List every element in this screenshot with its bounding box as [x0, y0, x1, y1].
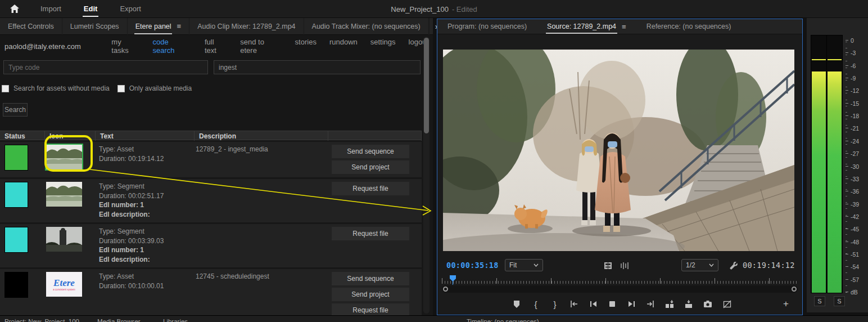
meter-scale-label: -12	[851, 87, 859, 94]
playback-resolution-select[interactable]: 1/2	[681, 259, 718, 271]
mark-out-icon[interactable]: }	[549, 297, 561, 311]
table-row[interactable]: Type: SegmentDuration: 00:02:51.17Edl nu…	[0, 179, 422, 222]
search-button[interactable]: Search	[3, 103, 28, 117]
monitor-zoom-scrollbar[interactable]	[442, 285, 798, 293]
meter-scale-label: -45	[851, 226, 859, 232]
nav-link-settings[interactable]: settings	[370, 38, 396, 55]
monitor-tab[interactable]: Program: (no sequences)	[437, 19, 537, 34]
row-description: 12745 - scheduledingest	[195, 272, 328, 317]
column-header: Description	[195, 131, 328, 141]
send-sequence-button[interactable]: Send sequence	[332, 145, 409, 158]
button-editor-icon[interactable]: +	[780, 297, 792, 311]
overwrite-icon[interactable]	[682, 297, 695, 311]
meter-scale-label: -3	[851, 50, 856, 56]
request-file-button[interactable]: Request file	[332, 182, 409, 195]
solo-button-1[interactable]: S	[814, 296, 825, 306]
go-to-in-icon[interactable]	[568, 297, 580, 311]
titlebar-tab-edit[interactable]: Edit	[73, 0, 109, 18]
checkbox-0[interactable]: Search for assets without media	[2, 84, 110, 92]
meter-scale-label: -51	[851, 251, 859, 258]
panel-tab[interactable]: Audio Track Mixer: (no sequences)	[304, 18, 429, 35]
meter-scale-label: dB	[851, 289, 858, 296]
go-to-out-icon[interactable]	[644, 297, 657, 311]
etere-logo-thumbnail[interactable]: Eterea consistent system	[46, 272, 82, 297]
meter-scale-label: -36	[851, 188, 859, 195]
chevron-down-icon	[709, 263, 714, 267]
panel-tab-label: Etere panel	[135, 23, 171, 30]
send-project-button[interactable]: Send project	[332, 160, 409, 174]
home-button[interactable]	[0, 0, 29, 18]
meter-scale-label: -33	[851, 176, 859, 182]
zoom-handle-left[interactable]	[443, 287, 448, 292]
panel-menu-icon[interactable]: ≡	[622, 23, 626, 31]
panel-menu-icon[interactable]: ≡	[177, 22, 182, 30]
stop-icon[interactable]	[606, 297, 618, 311]
nav-link-my-tasks[interactable]: my tasks	[111, 38, 139, 55]
code-search-input[interactable]	[3, 60, 208, 74]
send-sequence-button[interactable]: Send sequence	[332, 272, 409, 285]
row-description	[195, 227, 328, 264]
titlebar-tab-export[interactable]: Export	[108, 0, 152, 18]
checkbox-box[interactable]	[2, 85, 9, 92]
clip-thumbnail[interactable]	[46, 145, 82, 169]
drag-audio-icon[interactable]	[618, 260, 631, 271]
bottom-tab[interactable]: Libraries	[163, 318, 188, 322]
panel-scrollbar[interactable]	[423, 37, 430, 314]
add-marker-icon[interactable]	[510, 297, 523, 311]
playhead[interactable]	[450, 275, 456, 284]
panel-scrollbar-thumb[interactable]	[424, 38, 429, 133]
monitor-tab[interactable]: Reference: (no sequences)	[636, 19, 742, 34]
panel-tab[interactable]: Effect Controls	[0, 18, 62, 35]
bottom-tab-timeline[interactable]: Timeline: (no sequences)	[467, 318, 539, 322]
table-row[interactable]: Type: AssetDuration: 00:19:14.1212789_2 …	[0, 142, 422, 177]
step-forward-icon[interactable]	[625, 297, 638, 311]
meter-scale-label: -57	[851, 276, 859, 283]
row-text-line: Duration: 00:03:39.03	[99, 236, 195, 246]
meter-scale-label: -9	[851, 75, 856, 82]
bottom-tab[interactable]: Project: New_Project_100	[4, 318, 79, 322]
drag-video-icon[interactable]	[602, 260, 614, 271]
video-preview[interactable]	[443, 50, 794, 251]
clip-thumbnail[interactable]	[46, 182, 82, 207]
solo-button-2[interactable]: S	[834, 296, 845, 306]
insert-icon[interactable]	[663, 297, 676, 311]
panel-tab[interactable]: Lumetri Scopes	[62, 18, 128, 35]
table-row[interactable]: Eterea consistent systemType: AssetDurat…	[0, 269, 422, 320]
panel-tab[interactable]: Etere panel≡	[128, 18, 190, 35]
step-back-icon[interactable]	[587, 297, 599, 311]
project-edited-flag: - Edited	[452, 5, 477, 14]
nav-link-full-text[interactable]: full text	[205, 38, 227, 55]
nav-link-rundown[interactable]: rundown	[329, 38, 358, 55]
text-search-input[interactable]	[214, 60, 421, 74]
nav-link-stories[interactable]: stories	[295, 38, 317, 55]
checkbox-box[interactable]	[117, 85, 125, 92]
panel-tab[interactable]: Audio Clip Mixer: 12789_2.mp4	[189, 18, 304, 35]
checkbox-row: Search for assets without mediaOnly avai…	[2, 84, 192, 92]
nav-link-send-to-etere[interactable]: send to etere	[240, 38, 282, 55]
meter-scale-label: -27	[851, 150, 859, 157]
global-fx-mute-icon[interactable]	[721, 297, 733, 311]
table-header: StatusIconTextDescription	[0, 131, 422, 140]
monitor-settings-icon[interactable]	[727, 260, 740, 271]
zoom-level-select[interactable]: Fit	[505, 259, 543, 271]
etere-nav: my taskscode searchfull textsend to eter…	[111, 38, 428, 55]
export-frame-icon[interactable]	[702, 297, 714, 311]
title-bar: ImportEditExport New_Project_100 - Edite…	[0, 0, 868, 18]
bottom-tab[interactable]: Media Browser	[97, 318, 141, 322]
titlebar-tab-import[interactable]: Import	[29, 0, 73, 18]
send-project-button[interactable]: Send project	[332, 288, 409, 301]
request-file-button[interactable]: Request file	[332, 227, 409, 240]
mark-in-icon[interactable]: {	[530, 297, 542, 311]
row-text-line: Duration: 00:19:14.12	[99, 154, 195, 164]
table-row[interactable]: Type: SegmentDuration: 00:03:39.03Edl nu…	[0, 224, 422, 267]
timeline-ruler[interactable]	[442, 275, 798, 285]
zoom-handle-right[interactable]	[792, 287, 797, 292]
logo-subtext: a consistent system	[53, 288, 75, 291]
checkbox-1[interactable]: Only available media	[117, 84, 192, 92]
duration-timecode: 00:19:14:12	[743, 261, 795, 270]
nav-link-code-search[interactable]: code search	[153, 38, 192, 55]
clip-thumbnail[interactable]	[46, 227, 82, 252]
meter-scale: 0-3-6-9-12-15-18-21-24-27-30-33-36-39-42…	[844, 18, 868, 312]
bottom-panel-tabs: Project: New_Project_100Media BrowserLib…	[0, 315, 868, 322]
monitor-tab[interactable]: Source: 12789_2.mp4≡	[537, 19, 636, 34]
